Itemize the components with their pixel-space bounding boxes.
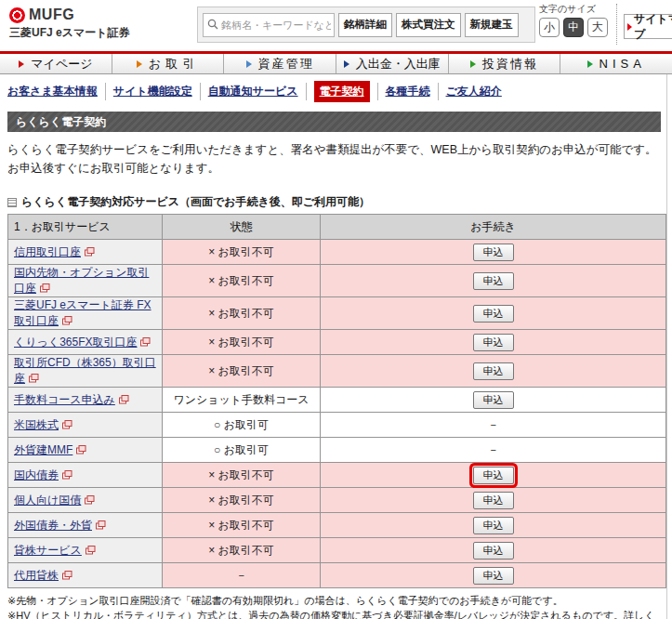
sitemap-button[interactable]: サイトマップ <box>624 14 672 39</box>
apply-button[interactable]: 申込 <box>473 391 514 409</box>
main-nav: マイページ お取引 資産管理 入出金・入出庫 投資情報 NISA <box>0 51 672 74</box>
service-link[interactable]: 手数料コース申込み <box>14 393 115 406</box>
table-row: くりっく365FX取引口座 × お取引不可 申込 <box>8 330 666 355</box>
status-cell: × お取引不可 <box>163 513 321 538</box>
subnav-referral[interactable]: ご友人紹介 <box>439 83 509 100</box>
table-row: 外国債券・外貨 × お取引不可 申込 <box>8 513 666 538</box>
apply-button[interactable]: 申込 <box>473 334 514 351</box>
service-link[interactable]: 信用取引口座 <box>14 245 81 258</box>
status-cell: × お取引不可 <box>163 265 321 297</box>
subnav-customer-info[interactable]: お客さま基本情報 <box>7 83 106 100</box>
tab-arrow-icon <box>137 60 142 68</box>
search-box[interactable] <box>203 13 335 37</box>
apply-button[interactable]: 申込 <box>473 542 514 560</box>
apply-button[interactable]: 申込 <box>473 244 514 261</box>
col-header-service: 1．お取引サービス <box>8 215 163 240</box>
popup-window-icon <box>29 373 39 386</box>
sitemap-label: サイトマップ <box>634 11 672 43</box>
status-cell: × お取引不可 <box>163 355 321 388</box>
brand-logo[interactable]: MUFG 三菱UFJ eスマート証券 <box>9 7 130 41</box>
sub-nav: お客さま基本情報 サイト機能設定 自動通知サービス 電子契約 各種手続 ご友人紹… <box>7 74 661 108</box>
status-cell: ○ お取引可 <box>163 413 321 438</box>
stock-buy-order-button[interactable]: 株式買注文 <box>396 13 461 37</box>
font-size-large-button[interactable]: 大 <box>587 18 608 37</box>
apply-button[interactable]: 申込 <box>473 305 514 323</box>
service-table: 1．お取引サービス 状態 お手続き 信用取引口座 × お取引不可 申込 国内先物… <box>7 214 666 588</box>
service-link[interactable]: 外国債券・外貨 <box>14 519 92 532</box>
subnav-procedures[interactable]: 各種手続 <box>377 83 439 100</box>
popup-window-icon <box>119 394 129 407</box>
subnav-auto-notification[interactable]: 自動通知サービス <box>201 83 307 100</box>
service-link[interactable]: 外貨建MMF <box>14 443 72 456</box>
popup-window-icon <box>96 520 106 533</box>
search-input[interactable] <box>221 20 331 31</box>
tab-arrow-icon <box>246 60 252 68</box>
subnav-site-settings[interactable]: サイト機能設定 <box>106 83 201 100</box>
search-area: 銘柄詳細 株式買注文 新規建玉 <box>197 7 535 43</box>
new-position-button[interactable]: 新規建玉 <box>465 13 519 37</box>
apply-button[interactable]: 申込 <box>473 492 514 509</box>
col-header-status: 状態 <box>163 215 321 240</box>
mufg-logo-icon <box>9 7 25 23</box>
service-link[interactable]: 国内債券 <box>14 468 59 481</box>
tab-investment-info[interactable]: 投資情報 <box>449 54 561 73</box>
apply-button-highlighted[interactable]: 申込 <box>473 467 514 484</box>
service-link[interactable]: 米国株式 <box>14 418 59 431</box>
service-link[interactable]: 国内先物・オプション取引口座 <box>14 266 149 295</box>
service-link[interactable]: 個人向け国債 <box>14 494 81 507</box>
footnote-1: ※先物・オプション取引口座開設済で「確認書の有効期限切れ」の場合は、らくらく電子… <box>7 593 661 608</box>
tab-mypage[interactable]: マイページ <box>0 54 112 73</box>
col-header-procedure: お手続き <box>321 215 666 240</box>
table-header-row: 1．お取引サービス 状態 お手続き <box>8 215 666 240</box>
tab-trade[interactable]: お取引 <box>112 54 225 73</box>
table-row-highlighted: 国内債券 × お取引不可 申込 <box>8 463 666 488</box>
table-row: 国内先物・オプション取引口座 × お取引不可 申込 <box>8 265 666 297</box>
tab-label: マイページ <box>31 56 92 72</box>
list-icon <box>7 198 17 207</box>
status-cell: × お取引不可 <box>163 240 321 265</box>
tab-label: 資産管理 <box>258 56 314 72</box>
no-action-cell: － <box>321 438 666 463</box>
tab-label: NISA <box>600 57 646 71</box>
apply-button[interactable]: 申込 <box>473 517 514 534</box>
apply-button[interactable]: 申込 <box>473 567 514 585</box>
status-cell: × お取引不可 <box>163 463 321 488</box>
table-row: 信用取引口座 × お取引不可 申込 <box>8 240 666 265</box>
table-row: 貸株サービス × お取引不可 申込 <box>8 538 666 563</box>
font-size-small-button[interactable]: 小 <box>539 18 560 37</box>
table-caption-text: らくらく電子契約対応サービス（画面でお手続き後、即ご利用可能） <box>21 194 370 210</box>
tab-arrow-icon <box>344 60 349 68</box>
tab-asset-management[interactable]: 資産管理 <box>224 54 336 73</box>
service-link[interactable]: くりっく365FX取引口座 <box>14 336 137 349</box>
footnote-2: ※HV（ヒストリカル・ボラティリティ）方式とは、過去の為替の価格変動に基づき必要… <box>7 608 661 619</box>
arrow-icon <box>627 23 632 31</box>
tab-arrow-icon <box>19 60 24 68</box>
site-header: MUFG 三菱UFJ eスマート証券 銘柄詳細 株式買注文 新規建玉 文字のサイ… <box>0 0 672 51</box>
brand-name: MUFG <box>29 7 74 23</box>
page-title: らくらく電子契約 <box>7 112 661 132</box>
table-row: 取引所CFD（株365）取引口座 × お取引不可 申込 <box>8 355 666 388</box>
tab-label: お取引 <box>149 56 199 72</box>
font-size-medium-button[interactable]: 中 <box>563 18 584 37</box>
main-content: お客さま基本情報 サイト機能設定 自動通知サービス 電子契約 各種手続 ご友人紹… <box>0 74 667 619</box>
service-link[interactable]: 三菱UFJ eスマート証券 FX取引口座 <box>14 298 152 327</box>
service-link[interactable]: 貸株サービス <box>14 544 82 557</box>
tab-deposit-withdrawal[interactable]: 入出金・入出庫 <box>336 54 449 73</box>
no-action-cell: － <box>321 413 666 438</box>
header-separator <box>616 4 617 45</box>
font-size-control: 文字のサイズ 小 中 大 <box>539 3 608 37</box>
service-link[interactable]: 代用貸株 <box>14 569 59 582</box>
tab-nisa[interactable]: NISA <box>560 54 672 73</box>
popup-window-icon <box>62 315 72 328</box>
apply-button[interactable]: 申込 <box>473 272 514 290</box>
table-row: 米国株式 ○ お取引可 － <box>8 413 666 438</box>
stock-detail-button[interactable]: 銘柄詳細 <box>338 13 392 37</box>
subnav-e-contract[interactable]: 電子契約 <box>314 81 370 102</box>
table-row: 三菱UFJ eスマート証券 FX取引口座 × お取引不可 申込 <box>8 297 666 330</box>
tab-arrow-icon <box>470 60 476 68</box>
popup-window-icon <box>85 494 95 507</box>
search-icon <box>207 17 218 33</box>
tab-label: 入出金・入出庫 <box>356 56 441 72</box>
popup-window-icon <box>40 283 50 296</box>
apply-button[interactable]: 申込 <box>473 362 514 380</box>
